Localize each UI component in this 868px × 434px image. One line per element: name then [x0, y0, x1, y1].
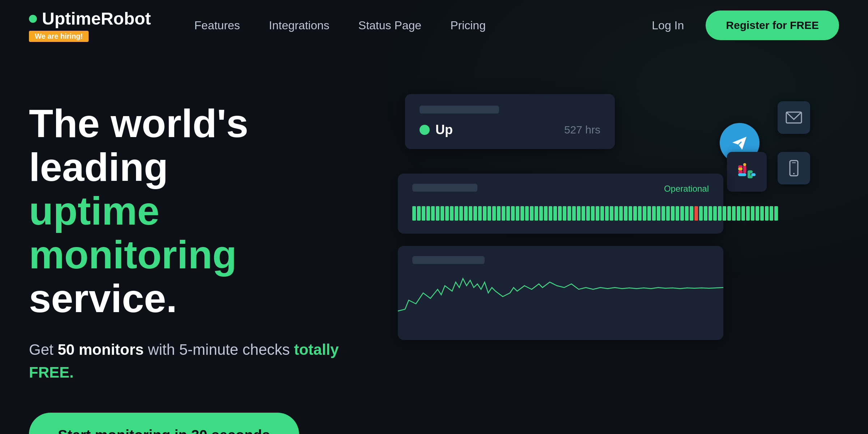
nav-status-page[interactable]: Status Page	[358, 19, 421, 32]
status-bar	[502, 206, 505, 221]
status-bar	[582, 206, 585, 221]
status-bars-container	[412, 206, 709, 221]
heading-line1: The world's leading	[29, 101, 248, 189]
status-bar	[629, 206, 632, 221]
status-up-text: Up	[435, 122, 453, 137]
hero-right: Up 527 hrs	[376, 80, 839, 405]
email-notification-icon	[778, 101, 810, 134]
status-bar	[718, 206, 722, 221]
status-bar	[431, 206, 435, 221]
status-bar	[577, 206, 580, 221]
hiring-badge[interactable]: We are hiring!	[29, 31, 89, 42]
status-bar	[596, 206, 599, 221]
status-bar	[732, 206, 736, 221]
svg-rect-4	[738, 170, 743, 173]
status-bar	[426, 206, 430, 221]
status-bar	[671, 206, 675, 221]
status-bar	[464, 206, 468, 221]
status-bar	[530, 206, 533, 221]
start-monitoring-button[interactable]: Start monitoring in 30 seconds	[29, 413, 299, 434]
svg-rect-6	[743, 165, 746, 173]
status-bar	[676, 206, 679, 221]
status-bar	[770, 206, 773, 221]
logo-dot	[29, 15, 37, 23]
card-status-row: Up 527 hrs	[420, 122, 600, 137]
operational-label: Operational	[664, 184, 709, 194]
status-bar	[492, 206, 496, 221]
status-bar	[535, 206, 538, 221]
status-bar	[591, 206, 595, 221]
status-bar	[445, 206, 449, 221]
monitor-card-graph	[398, 246, 723, 340]
status-bar	[643, 206, 646, 221]
status-bar	[680, 206, 684, 221]
status-bar	[506, 206, 510, 221]
status-bar	[661, 206, 665, 221]
status-bar	[483, 206, 486, 221]
nav-integrations[interactable]: Integrations	[269, 19, 329, 32]
status-bar	[422, 206, 425, 221]
status-bar	[647, 206, 651, 221]
status-dot	[420, 125, 430, 135]
slack-notification-icon	[727, 152, 767, 192]
status-bar	[497, 206, 501, 221]
status-bar	[478, 206, 482, 221]
status-bar	[633, 206, 637, 221]
hero-left: The world's leading uptime monitoring se…	[29, 80, 354, 434]
status-bar	[756, 206, 759, 221]
status-hours: 527 hrs	[564, 124, 600, 136]
status-bar	[511, 206, 515, 221]
register-button[interactable]: Register for FREE	[706, 10, 839, 40]
svg-rect-13	[743, 163, 746, 166]
status-bar	[694, 206, 698, 221]
status-bar	[765, 206, 769, 221]
status-bar	[586, 206, 590, 221]
heading-green: uptime monitoring	[29, 188, 237, 277]
status-bar	[746, 206, 750, 221]
status-bar	[690, 206, 693, 221]
status-bar	[417, 206, 421, 221]
status-bar	[600, 206, 604, 221]
logo-area: UptimeRobot We are hiring!	[29, 9, 151, 42]
status-bar	[624, 206, 627, 221]
status-bar	[525, 206, 529, 221]
status-bar	[652, 206, 656, 221]
status-bar	[723, 206, 726, 221]
status-bar	[774, 206, 778, 221]
nav-features[interactable]: Features	[194, 19, 240, 32]
status-bar	[549, 206, 552, 221]
status-bar	[539, 206, 543, 221]
status-bar	[610, 206, 613, 221]
status-bar	[614, 206, 618, 221]
status-bar	[567, 206, 571, 221]
status-bar	[619, 206, 623, 221]
status-bar	[520, 206, 524, 221]
status-bar	[666, 206, 670, 221]
logo[interactable]: UptimeRobot	[29, 9, 151, 29]
status-bar	[459, 206, 463, 221]
status-bar	[469, 206, 472, 221]
hero-subtext: Get 50 monitors with 5-minute checks tot…	[29, 338, 354, 384]
status-bar	[737, 206, 740, 221]
svg-rect-12	[738, 167, 743, 170]
nav-pricing[interactable]: Pricing	[450, 19, 486, 32]
svg-rect-11	[751, 173, 756, 176]
status-bar	[657, 206, 660, 221]
status-card-title	[412, 184, 477, 192]
heading-service: service.	[29, 276, 177, 320]
status-bar	[544, 206, 548, 221]
brand-name: UptimeRobot	[42, 9, 151, 29]
card-title-placeholder	[420, 106, 499, 114]
status-bar	[516, 206, 519, 221]
hero-section: The world's leading uptime monitoring se…	[0, 51, 868, 434]
svg-rect-9	[748, 170, 750, 178]
monitor-card-up: Up 527 hrs	[405, 94, 615, 149]
monitor-card-status-bars: Operational	[398, 174, 723, 234]
status-bar	[704, 206, 707, 221]
status-bar	[760, 206, 764, 221]
login-link[interactable]: Log In	[652, 19, 684, 32]
status-bar	[558, 206, 562, 221]
nav-links: Features Integrations Status Page Pricin…	[194, 19, 623, 32]
svg-rect-10	[738, 173, 746, 176]
status-bar	[605, 206, 609, 221]
